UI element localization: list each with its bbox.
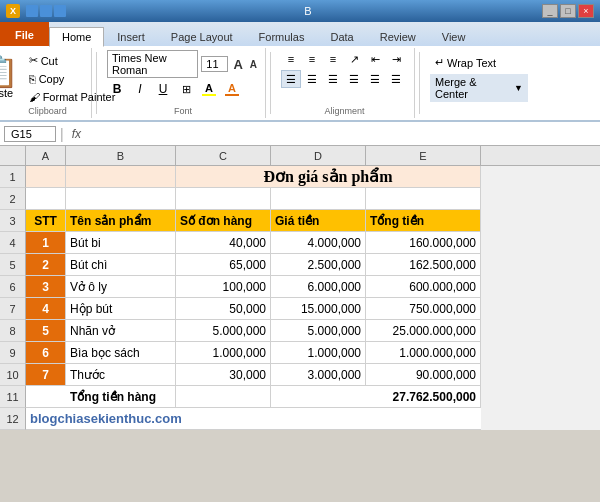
col-header-e[interactable]: E [366,146,481,165]
cell-a7[interactable]: 4 [26,298,66,320]
cell-a8[interactable]: 5 [26,320,66,342]
font-shrink-button[interactable]: A [248,59,259,70]
angle-text-button[interactable]: ↗ [344,50,364,68]
cell-c6[interactable]: 100,000 [176,276,271,298]
cell-a2[interactable] [26,188,66,210]
cell-e3[interactable]: Tổng tiền [366,210,481,232]
cell-a6[interactable]: 3 [26,276,66,298]
row-num-12: 12 [0,408,26,430]
cell-d8[interactable]: 5.000,000 [271,320,366,342]
decrease-indent-button[interactable]: ⇤ [365,50,385,68]
cell-c8[interactable]: 5.000,000 [176,320,271,342]
font-size-box[interactable]: 11 [201,56,228,72]
cell-c10[interactable]: 30,000 [176,364,271,386]
col-header-d[interactable]: D [271,146,366,165]
cell-e9[interactable]: 1.000.000,000 [366,342,481,364]
cell-e4[interactable]: 160.000,000 [366,232,481,254]
tab-review[interactable]: Review [367,26,429,46]
cell-a4[interactable]: 1 [26,232,66,254]
tab-page-layout[interactable]: Page Layout [158,26,246,46]
minimize-button[interactable]: _ [542,4,558,18]
cell-b2[interactable] [66,188,176,210]
tab-view[interactable]: View [429,26,479,46]
border-button[interactable]: ⊞ [176,80,196,98]
fill-color-button[interactable]: A [199,80,219,98]
cell-a11[interactable] [26,386,66,408]
col-header-b[interactable]: B [66,146,176,165]
cell-b4[interactable]: Bút bi [66,232,176,254]
cell-c7[interactable]: 50,000 [176,298,271,320]
align-top-center-button[interactable]: ≡ [302,50,322,68]
align-top-right-button[interactable]: ≡ [323,50,343,68]
align-extra-button[interactable]: ☰ [365,70,385,88]
cell-b1[interactable] [66,166,176,188]
font-name-box[interactable]: Times New Roman [107,50,198,78]
cell-d5[interactable]: 2.500,000 [271,254,366,276]
cell-a9[interactable]: 6 [26,342,66,364]
maximize-button[interactable]: □ [560,4,576,18]
align-extra2-button[interactable]: ☰ [386,70,406,88]
cell-reference-box[interactable]: G15 [4,126,56,142]
cell-c4[interactable]: 40,000 [176,232,271,254]
cell-a10[interactable]: 7 [26,364,66,386]
cell-a5[interactable]: 2 [26,254,66,276]
wrap-text-button[interactable]: ↵ Wrap Text [430,54,528,71]
cell-c3[interactable]: Số đơn hàng [176,210,271,232]
cell-b7[interactable]: Hộp bút [66,298,176,320]
cell-c2[interactable] [176,188,271,210]
tab-formulas[interactable]: Formulas [246,26,318,46]
italic-button[interactable]: I [130,80,150,98]
cell-d7[interactable]: 15.000,000 [271,298,366,320]
cell-d11[interactable]: 27.762.500,000 [271,386,481,408]
align-left-button[interactable]: ☰ [281,70,301,88]
cell-b6[interactable]: Vở ô ly [66,276,176,298]
formula-input[interactable] [89,127,596,141]
cell-d10[interactable]: 3.000,000 [271,364,366,386]
cell-d2[interactable] [271,188,366,210]
cell-c9[interactable]: 1.000,000 [176,342,271,364]
bold-button[interactable]: B [107,80,127,98]
cell-b10[interactable]: Thước [66,364,176,386]
cell-e5[interactable]: 162.500,000 [366,254,481,276]
align-top-left-button[interactable]: ≡ [281,50,301,68]
cell-e7[interactable]: 750.000,000 [366,298,481,320]
cell-b3[interactable]: Tên sản phẩm [66,210,176,232]
align-right-button[interactable]: ☰ [323,70,343,88]
font-color-button[interactable]: A [222,80,242,98]
increase-indent-button[interactable]: ⇥ [386,50,406,68]
cell-d6[interactable]: 6.000,000 [271,276,366,298]
cell-b9[interactable]: Bìa bọc sách [66,342,176,364]
cell-a3[interactable]: STT [26,210,66,232]
close-button[interactable]: × [578,4,594,18]
cell-b5[interactable]: Bút chì [66,254,176,276]
col-header-c[interactable]: C [176,146,271,165]
tab-insert[interactable]: Insert [104,26,158,46]
align-justify-button[interactable]: ☰ [344,70,364,88]
cell-a1[interactable] [26,166,66,188]
cell-a12[interactable]: blogchiasekienthuc.com [26,408,481,430]
cell-e8[interactable]: 25.000.000,000 [366,320,481,342]
cell-b8[interactable]: Nhãn vở [66,320,176,342]
align-center-button[interactable]: ☰ [302,70,322,88]
tab-file[interactable]: File [0,22,49,46]
cell-c11[interactable] [176,386,271,408]
tab-data[interactable]: Data [317,26,366,46]
cell-b11[interactable]: Tổng tiền hàng [66,386,176,408]
cell-e2[interactable] [366,188,481,210]
col-header-a[interactable]: A [26,146,66,165]
cell-c5[interactable]: 65,000 [176,254,271,276]
cell-c1[interactable]: Đơn giá sản phẩm [176,166,481,188]
cell-e6[interactable]: 600.000,000 [366,276,481,298]
row-num-4: 4 [0,232,26,254]
paste-button[interactable]: 📋 Paste [0,54,23,102]
tab-home[interactable]: Home [49,27,104,47]
cell-d3[interactable]: Giá tiền [271,210,366,232]
row-num-2: 2 [0,188,26,210]
font-grow-button[interactable]: A [231,57,244,72]
cell-d4[interactable]: 4.000,000 [271,232,366,254]
cell-e10[interactable]: 90.000,000 [366,364,481,386]
title-bar-text: B [74,5,542,17]
merge-cells-button[interactable]: Merge & Center ▼ [430,74,528,102]
cell-d9[interactable]: 1.000,000 [271,342,366,364]
underline-button[interactable]: U [153,80,173,98]
